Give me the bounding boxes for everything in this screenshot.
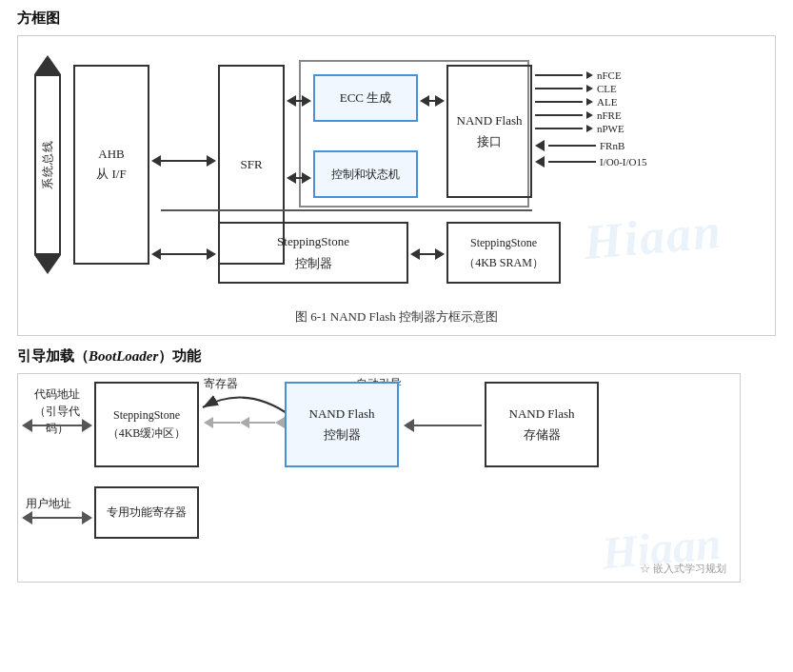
nand-store-line1: NAND Flash <box>509 404 575 425</box>
system-bus-label: 系统总线 <box>40 140 56 189</box>
nand-ctrl-block: NAND Flash 控制器 <box>285 382 399 467</box>
arr-right5 <box>207 248 216 260</box>
b-line3 <box>32 517 82 519</box>
signal-frnb: FRnB <box>535 140 647 151</box>
top-title: 方框图 <box>17 10 776 28</box>
gray-arr-l3 <box>275 417 285 428</box>
nand-store-line2: 存储器 <box>524 425 561 445</box>
bottom-section: 引导加载（BootLoader）功能 寄存器 自动引导 代码地址 （引导代码） … <box>17 347 776 583</box>
sig-nfre-label: nFRE <box>597 109 622 121</box>
code-ss-arrow <box>22 419 92 432</box>
user-reg-arrow <box>22 511 92 524</box>
sfr-label: SFR <box>240 157 262 172</box>
arr-right2 <box>302 95 311 107</box>
reg-label: 专用功能寄存器 <box>107 504 187 521</box>
ss-ctrl-line2: 控制器 <box>295 253 332 274</box>
signal-npwe: nPWE <box>535 123 647 134</box>
arr-left3 <box>287 172 296 184</box>
arr-left6 <box>410 248 420 260</box>
ssctrl-sssram-arrow <box>410 248 445 260</box>
nand-if-block: NAND Flash 接口 <box>446 65 532 198</box>
arr-right <box>207 155 216 167</box>
line6 <box>420 253 435 255</box>
top-section: 方框图 系统总线 AHB 从 I/F <box>17 10 776 336</box>
b-arr-r1 <box>82 419 92 432</box>
arr-right3 <box>302 172 311 184</box>
b-arr-l3 <box>22 511 32 524</box>
signal-lines: nFCE CLE ALE nFRE <box>535 69 647 168</box>
ss-buf-block: SteppingStone （4KB缓冲区） <box>94 382 199 467</box>
nand-if-line1: NAND Flash <box>457 110 523 131</box>
ss-sram-block: SteppingStone （4KB SRAM） <box>446 222 561 284</box>
gray-line1 <box>213 422 240 424</box>
ss-buf-line1: SteppingStone <box>113 406 180 425</box>
ctrl-label: 控制和状态机 <box>331 167 400 183</box>
nand-if-line2: 接口 <box>477 131 502 152</box>
arrow-body: 系统总线 <box>34 74 61 255</box>
nand-ctrl-line2: 控制器 <box>324 425 361 445</box>
bottom-title-text: 引导加载（BootLoader）功能 <box>17 348 201 364</box>
arr-right6 <box>435 248 445 260</box>
bottom-title: 引导加载（BootLoader）功能 <box>17 347 776 366</box>
gray-arr-l1 <box>204 417 213 428</box>
top-caption: 图 6-1 NAND Flash 控制器方框示意图 <box>28 308 765 326</box>
signal-io: I/O0-I/O15 <box>535 156 647 168</box>
ecc-label: ECC 生成 <box>340 89 392 107</box>
top-diagram: 系统总线 AHB 从 I/F SFR E <box>28 46 751 303</box>
watermark-top: Hiaan <box>582 203 724 270</box>
signal-nfre: nFRE <box>535 109 647 121</box>
line <box>161 160 207 162</box>
ss-nand-arrow-gray <box>204 417 285 428</box>
sig-npwe-label: nPWE <box>597 123 624 134</box>
user-addr-label: 用户地址 <box>26 496 73 512</box>
ecc-nand-arrow <box>420 95 445 107</box>
nand-ctrl-line1: NAND Flash <box>309 404 375 425</box>
arr-left <box>151 155 161 167</box>
bottom-diagram: 寄存器 自动引导 代码地址 （引导代码） SteppingStone （4KB缓… <box>17 373 741 583</box>
ss-ctrl-block: SteppingStone 控制器 <box>218 222 408 284</box>
sig-nfce-label: nFCE <box>597 69 622 81</box>
nand-store-block: NAND Flash 存储器 <box>485 382 599 467</box>
ahb-ssctrl-arrow <box>151 248 216 260</box>
h-divider <box>161 209 532 211</box>
ahb-block: AHB 从 I/F <box>73 65 149 265</box>
ahb-sfr-arrow <box>151 155 216 167</box>
embed-label: ☆ 嵌入式学习规划 <box>640 562 726 576</box>
arr-right4 <box>435 95 445 107</box>
arr-left5 <box>151 248 161 260</box>
gray-arr-l2 <box>240 417 249 428</box>
b-line1 <box>32 425 82 426</box>
arrow-down-head <box>34 255 61 274</box>
sfr-ecc-arrow <box>287 95 311 107</box>
signal-ale: ALE <box>535 96 647 108</box>
gray-line2 <box>249 422 276 424</box>
arrow-up-head <box>34 55 61 74</box>
reg-block: 专用功能寄存器 <box>94 486 199 539</box>
b-arr-r3 <box>82 511 92 524</box>
line5 <box>161 253 207 255</box>
ecc-block: ECC 生成 <box>313 74 418 122</box>
embed-label-text: 嵌入式学习规划 <box>653 563 726 574</box>
b-arr-l2 <box>404 419 414 432</box>
ss-sram-line2: （4KB SRAM） <box>464 253 544 272</box>
ctrl-block: 控制和状态机 <box>313 150 418 198</box>
nand-store-ctrl-arrow <box>404 419 482 432</box>
sig-io-label: I/O0-I/O15 <box>600 156 647 168</box>
sig-frnb-label: FRnB <box>600 140 624 151</box>
ahb-line1: AHB <box>98 145 124 165</box>
ss-buf-line2: （4KB缓冲区） <box>108 425 187 443</box>
sig-cle-label: CLE <box>597 83 617 94</box>
signal-cle: CLE <box>535 83 647 94</box>
b-arr-l1 <box>22 419 32 432</box>
system-bus-arrow: 系统总线 <box>30 55 66 274</box>
sfr-ctrl-arrow <box>287 172 311 184</box>
code-addr-line1: 代码地址 <box>34 387 80 401</box>
ahb-line2: 从 I/F <box>96 165 126 185</box>
top-diagram-container: 系统总线 AHB 从 I/F SFR E <box>17 35 776 336</box>
ss-sram-line1: SteppingStone <box>470 233 537 252</box>
signal-nfce: nFCE <box>535 69 647 81</box>
sig-ale-label: ALE <box>597 96 617 108</box>
b-line2 <box>414 425 482 426</box>
arr-left2 <box>287 95 296 107</box>
arr-left4 <box>420 95 429 107</box>
